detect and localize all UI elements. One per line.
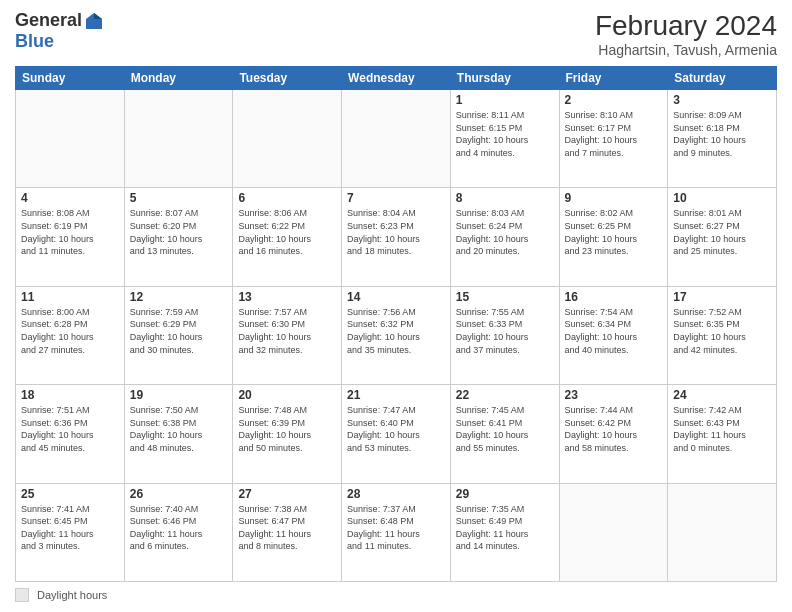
day-info: Sunrise: 7:51 AM Sunset: 6:36 PM Dayligh… xyxy=(21,404,119,454)
logo-icon xyxy=(84,11,104,31)
month-year: February 2024 xyxy=(595,10,777,42)
day-info: Sunrise: 7:38 AM Sunset: 6:47 PM Dayligh… xyxy=(238,503,336,553)
logo: General Blue xyxy=(15,10,104,52)
day-info: Sunrise: 8:07 AM Sunset: 6:20 PM Dayligh… xyxy=(130,207,228,257)
calendar-header-row: SundayMondayTuesdayWednesdayThursdayFrid… xyxy=(16,67,777,90)
title-block: February 2024 Haghartsin, Tavush, Armeni… xyxy=(595,10,777,58)
day-number: 27 xyxy=(238,487,336,501)
day-number: 4 xyxy=(21,191,119,205)
day-number: 12 xyxy=(130,290,228,304)
calendar-header-tuesday: Tuesday xyxy=(233,67,342,90)
location: Haghartsin, Tavush, Armenia xyxy=(595,42,777,58)
calendar-cell xyxy=(559,483,668,581)
calendar-cell: 18Sunrise: 7:51 AM Sunset: 6:36 PM Dayli… xyxy=(16,385,125,483)
calendar-cell: 19Sunrise: 7:50 AM Sunset: 6:38 PM Dayli… xyxy=(124,385,233,483)
calendar-week-2: 4Sunrise: 8:08 AM Sunset: 6:19 PM Daylig… xyxy=(16,188,777,286)
calendar-cell: 10Sunrise: 8:01 AM Sunset: 6:27 PM Dayli… xyxy=(668,188,777,286)
day-info: Sunrise: 8:06 AM Sunset: 6:22 PM Dayligh… xyxy=(238,207,336,257)
day-info: Sunrise: 8:01 AM Sunset: 6:27 PM Dayligh… xyxy=(673,207,771,257)
day-number: 2 xyxy=(565,93,663,107)
day-number: 24 xyxy=(673,388,771,402)
day-number: 29 xyxy=(456,487,554,501)
day-info: Sunrise: 7:45 AM Sunset: 6:41 PM Dayligh… xyxy=(456,404,554,454)
day-number: 6 xyxy=(238,191,336,205)
day-number: 3 xyxy=(673,93,771,107)
day-number: 21 xyxy=(347,388,445,402)
day-number: 22 xyxy=(456,388,554,402)
day-number: 11 xyxy=(21,290,119,304)
day-info: Sunrise: 8:11 AM Sunset: 6:15 PM Dayligh… xyxy=(456,109,554,159)
calendar-cell: 27Sunrise: 7:38 AM Sunset: 6:47 PM Dayli… xyxy=(233,483,342,581)
calendar-cell: 11Sunrise: 8:00 AM Sunset: 6:28 PM Dayli… xyxy=(16,286,125,384)
day-info: Sunrise: 7:57 AM Sunset: 6:30 PM Dayligh… xyxy=(238,306,336,356)
calendar-cell xyxy=(124,90,233,188)
calendar-cell: 25Sunrise: 7:41 AM Sunset: 6:45 PM Dayli… xyxy=(16,483,125,581)
calendar-table: SundayMondayTuesdayWednesdayThursdayFrid… xyxy=(15,66,777,582)
day-number: 8 xyxy=(456,191,554,205)
calendar-cell: 20Sunrise: 7:48 AM Sunset: 6:39 PM Dayli… xyxy=(233,385,342,483)
svg-marker-1 xyxy=(94,13,102,19)
day-info: Sunrise: 7:56 AM Sunset: 6:32 PM Dayligh… xyxy=(347,306,445,356)
calendar-week-1: 1Sunrise: 8:11 AM Sunset: 6:15 PM Daylig… xyxy=(16,90,777,188)
day-number: 5 xyxy=(130,191,228,205)
day-number: 15 xyxy=(456,290,554,304)
calendar-cell: 2Sunrise: 8:10 AM Sunset: 6:17 PM Daylig… xyxy=(559,90,668,188)
day-info: Sunrise: 8:10 AM Sunset: 6:17 PM Dayligh… xyxy=(565,109,663,159)
logo-blue-text: Blue xyxy=(15,31,54,52)
calendar-cell: 13Sunrise: 7:57 AM Sunset: 6:30 PM Dayli… xyxy=(233,286,342,384)
calendar-cell xyxy=(668,483,777,581)
calendar-header-sunday: Sunday xyxy=(16,67,125,90)
day-number: 28 xyxy=(347,487,445,501)
calendar-cell: 15Sunrise: 7:55 AM Sunset: 6:33 PM Dayli… xyxy=(450,286,559,384)
header: General Blue February 2024 Haghartsin, T… xyxy=(15,10,777,58)
day-number: 18 xyxy=(21,388,119,402)
day-info: Sunrise: 8:04 AM Sunset: 6:23 PM Dayligh… xyxy=(347,207,445,257)
day-info: Sunrise: 7:50 AM Sunset: 6:38 PM Dayligh… xyxy=(130,404,228,454)
day-number: 7 xyxy=(347,191,445,205)
calendar-cell: 23Sunrise: 7:44 AM Sunset: 6:42 PM Dayli… xyxy=(559,385,668,483)
calendar-header-monday: Monday xyxy=(124,67,233,90)
day-number: 9 xyxy=(565,191,663,205)
calendar-cell: 14Sunrise: 7:56 AM Sunset: 6:32 PM Dayli… xyxy=(342,286,451,384)
day-info: Sunrise: 7:47 AM Sunset: 6:40 PM Dayligh… xyxy=(347,404,445,454)
calendar-cell: 9Sunrise: 8:02 AM Sunset: 6:25 PM Daylig… xyxy=(559,188,668,286)
day-number: 25 xyxy=(21,487,119,501)
calendar-cell: 8Sunrise: 8:03 AM Sunset: 6:24 PM Daylig… xyxy=(450,188,559,286)
day-number: 10 xyxy=(673,191,771,205)
calendar-cell: 24Sunrise: 7:42 AM Sunset: 6:43 PM Dayli… xyxy=(668,385,777,483)
page: General Blue February 2024 Haghartsin, T… xyxy=(0,0,792,612)
day-number: 14 xyxy=(347,290,445,304)
day-info: Sunrise: 8:03 AM Sunset: 6:24 PM Dayligh… xyxy=(456,207,554,257)
day-number: 13 xyxy=(238,290,336,304)
day-info: Sunrise: 7:54 AM Sunset: 6:34 PM Dayligh… xyxy=(565,306,663,356)
day-info: Sunrise: 8:09 AM Sunset: 6:18 PM Dayligh… xyxy=(673,109,771,159)
calendar-cell: 21Sunrise: 7:47 AM Sunset: 6:40 PM Dayli… xyxy=(342,385,451,483)
day-info: Sunrise: 7:40 AM Sunset: 6:46 PM Dayligh… xyxy=(130,503,228,553)
calendar-cell: 16Sunrise: 7:54 AM Sunset: 6:34 PM Dayli… xyxy=(559,286,668,384)
calendar-cell: 3Sunrise: 8:09 AM Sunset: 6:18 PM Daylig… xyxy=(668,90,777,188)
day-info: Sunrise: 8:00 AM Sunset: 6:28 PM Dayligh… xyxy=(21,306,119,356)
day-number: 17 xyxy=(673,290,771,304)
day-info: Sunrise: 8:02 AM Sunset: 6:25 PM Dayligh… xyxy=(565,207,663,257)
calendar-cell xyxy=(342,90,451,188)
daylight-box xyxy=(15,588,29,602)
calendar-header-friday: Friday xyxy=(559,67,668,90)
calendar-cell: 28Sunrise: 7:37 AM Sunset: 6:48 PM Dayli… xyxy=(342,483,451,581)
calendar-cell: 29Sunrise: 7:35 AM Sunset: 6:49 PM Dayli… xyxy=(450,483,559,581)
logo-general-text: General xyxy=(15,10,82,31)
calendar-cell: 26Sunrise: 7:40 AM Sunset: 6:46 PM Dayli… xyxy=(124,483,233,581)
calendar-cell: 4Sunrise: 8:08 AM Sunset: 6:19 PM Daylig… xyxy=(16,188,125,286)
day-number: 20 xyxy=(238,388,336,402)
calendar-cell: 5Sunrise: 8:07 AM Sunset: 6:20 PM Daylig… xyxy=(124,188,233,286)
day-number: 1 xyxy=(456,93,554,107)
day-info: Sunrise: 7:35 AM Sunset: 6:49 PM Dayligh… xyxy=(456,503,554,553)
calendar-week-5: 25Sunrise: 7:41 AM Sunset: 6:45 PM Dayli… xyxy=(16,483,777,581)
day-info: Sunrise: 7:42 AM Sunset: 6:43 PM Dayligh… xyxy=(673,404,771,454)
day-info: Sunrise: 7:41 AM Sunset: 6:45 PM Dayligh… xyxy=(21,503,119,553)
calendar-header-saturday: Saturday xyxy=(668,67,777,90)
day-info: Sunrise: 7:37 AM Sunset: 6:48 PM Dayligh… xyxy=(347,503,445,553)
calendar-header-thursday: Thursday xyxy=(450,67,559,90)
calendar-week-4: 18Sunrise: 7:51 AM Sunset: 6:36 PM Dayli… xyxy=(16,385,777,483)
day-number: 23 xyxy=(565,388,663,402)
calendar-cell: 7Sunrise: 8:04 AM Sunset: 6:23 PM Daylig… xyxy=(342,188,451,286)
